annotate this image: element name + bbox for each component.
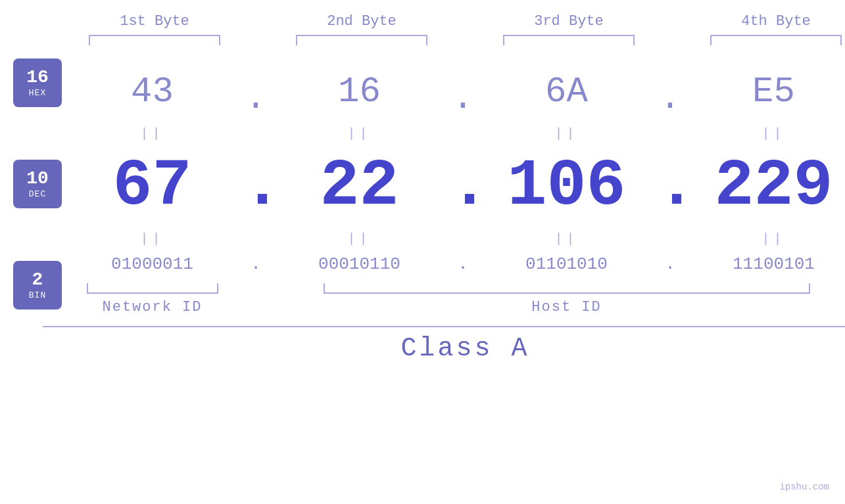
top-brackets bbox=[43, 35, 845, 45]
dec-val-3: 106 bbox=[476, 154, 657, 219]
eq1-2: || bbox=[269, 126, 450, 141]
network-id-label-cell: Network ID bbox=[62, 299, 243, 315]
host-id-label-cell: Host ID bbox=[269, 299, 845, 315]
bin-dot-1: . bbox=[243, 248, 269, 281]
dec-dot-2: . bbox=[450, 143, 476, 230]
content-area: 16 HEX 10 DEC 2 BIN 43 . 16 bbox=[0, 58, 845, 315]
bin-row: 01000011 . 00010110 . 01101010 . 1110010… bbox=[62, 248, 845, 281]
class-section: Class A bbox=[43, 326, 845, 363]
class-label: Class A bbox=[400, 334, 529, 363]
byte-header-1: 1st Byte bbox=[64, 13, 245, 30]
bin-dot-3: . bbox=[657, 248, 683, 281]
bin-val-3: 01101010 bbox=[476, 256, 657, 273]
bin-lbl: BIN bbox=[29, 290, 46, 300]
base-labels: 16 HEX 10 DEC 2 BIN bbox=[0, 58, 62, 309]
hex-val-2: 16 bbox=[269, 74, 450, 110]
hex-dot-2: . bbox=[450, 58, 476, 125]
eq2-2: || bbox=[269, 231, 450, 246]
dec-dot-1: . bbox=[243, 143, 269, 230]
eq2-1: || bbox=[62, 231, 243, 246]
id-labels-row: Network ID Host ID bbox=[62, 299, 845, 315]
dec-val-2: 22 bbox=[269, 154, 450, 219]
eq1-3: || bbox=[476, 126, 657, 141]
class-label-row: Class A bbox=[43, 334, 845, 363]
eq2-4: || bbox=[683, 231, 845, 246]
host-id-label: Host ID bbox=[531, 299, 601, 315]
hex-val-4: E5 bbox=[683, 74, 845, 110]
hex-val-1: 43 bbox=[62, 74, 243, 110]
host-bracket bbox=[324, 283, 810, 294]
bottom-brackets bbox=[62, 283, 845, 294]
main-container: 1st Byte 2nd Byte 3rd Byte 4th Byte 16 bbox=[0, 0, 845, 504]
dec-val-1: 67 bbox=[62, 154, 243, 219]
byte-header-2: 2nd Byte bbox=[272, 13, 452, 30]
dec-lbl: DEC bbox=[29, 189, 46, 199]
byte-headers: 1st Byte 2nd Byte 3rd Byte 4th Byte bbox=[43, 13, 845, 30]
footer: ipshu.com bbox=[779, 482, 829, 492]
hex-num: 16 bbox=[26, 68, 49, 88]
bin-val-4: 11100101 bbox=[683, 256, 845, 273]
hex-badge: 16 HEX bbox=[13, 58, 62, 107]
hex-val-3: 6A bbox=[476, 74, 657, 110]
bin-badge: 2 BIN bbox=[13, 261, 62, 309]
top-bracket-2 bbox=[272, 35, 452, 45]
hex-lbl: HEX bbox=[29, 88, 46, 98]
values-grid: 43 . 16 . 6A . E5 || || bbox=[62, 58, 845, 315]
top-bracket-4 bbox=[686, 35, 846, 45]
top-bracket-3 bbox=[479, 35, 660, 45]
bin-val-1: 01000011 bbox=[62, 256, 243, 273]
eq1-4: || bbox=[683, 126, 845, 141]
host-bracket-wrap bbox=[269, 283, 845, 294]
dec-badge: 10 DEC bbox=[13, 160, 62, 208]
dec-row: 67 . 22 . 106 . 229 bbox=[62, 143, 845, 230]
network-id-label: Network ID bbox=[102, 299, 202, 315]
equals-row-1: || || || || bbox=[62, 126, 845, 141]
hex-dot-1: . bbox=[243, 58, 269, 125]
top-bracket-1 bbox=[64, 35, 245, 45]
net-bracket-wrap bbox=[62, 283, 243, 294]
hex-dot-3: . bbox=[657, 58, 683, 125]
class-line bbox=[43, 326, 845, 327]
eq2-3: || bbox=[476, 231, 657, 246]
hex-row: 43 . 16 . 6A . E5 bbox=[62, 58, 845, 125]
dec-num: 10 bbox=[26, 169, 49, 189]
byte-header-4: 4th Byte bbox=[686, 13, 846, 30]
dec-dot-3: . bbox=[657, 143, 683, 230]
equals-row-2: || || || || bbox=[62, 231, 845, 246]
byte-header-3: 3rd Byte bbox=[479, 13, 660, 30]
net-bracket bbox=[87, 283, 218, 294]
eq1-1: || bbox=[62, 126, 243, 141]
bin-val-2: 00010110 bbox=[269, 256, 450, 273]
dec-val-4: 229 bbox=[683, 154, 845, 219]
bin-dot-2: . bbox=[450, 248, 476, 281]
bin-num: 2 bbox=[32, 270, 43, 290]
